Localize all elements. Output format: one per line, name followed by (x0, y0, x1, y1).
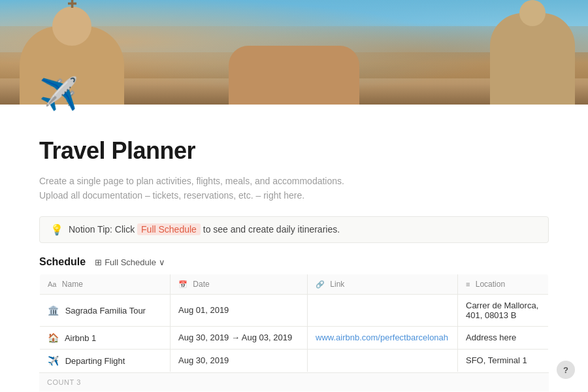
table-row[interactable]: 🏠 Airbnb 1 Aug 30, 2019 → Aug 03, 2019 w… (40, 326, 549, 349)
help-button[interactable]: ? (557, 361, 575, 379)
view-icon: ⊞ (95, 257, 102, 267)
row-3-name: ✈️ Departing Flight (40, 349, 171, 372)
date-col-icon: 📅 (178, 280, 188, 288)
row-2-link-text[interactable]: www.airbnb.com/perfectbarcelonah (316, 333, 448, 342)
row-1-icon: 🏛️ (48, 305, 59, 316)
table-footer: COUNT 3 (39, 372, 549, 391)
table-row[interactable]: ✈️ Departing Flight Aug 30, 2019 SFO, Te… (40, 349, 549, 372)
full-schedule-link[interactable]: Full Schedule (137, 223, 201, 235)
row-3-link (308, 349, 458, 372)
tip-text-before: Notion Tip: Click Full Schedule to see a… (69, 224, 340, 235)
col-header-name: Aa Name (40, 274, 171, 294)
page-title: Travel Planner (39, 137, 549, 165)
table-header-row: Aa Name 📅 Date 🔗 Link ≡ Location (40, 274, 549, 294)
plane-emoji: ✈️ (39, 78, 78, 110)
count-label: COUNT (47, 378, 74, 386)
count-value: 3 (76, 378, 81, 386)
building-center (229, 46, 359, 105)
row-1-link (308, 294, 458, 326)
schedule-table: Aa Name 📅 Date 🔗 Link ≡ Location (39, 274, 549, 372)
link-col-icon: 🔗 (316, 280, 325, 288)
page-description: Create a single page to plan activities,… (39, 174, 549, 203)
description-line-1: Create a single page to plan activities,… (39, 174, 549, 188)
schedule-header: Schedule ⊞ Full Schedule ∨ (39, 256, 549, 269)
row-1-date: Aug 01, 2019 (171, 294, 308, 326)
name-col-icon: Aa (48, 280, 56, 288)
building-right (490, 13, 575, 105)
col-header-date: 📅 Date (171, 274, 308, 294)
table-row[interactable]: 🏛️ Sagrada Familia Tour Aug 01, 2019 Car… (40, 294, 549, 326)
architecture-silhouette (0, 20, 588, 105)
row-2-date: Aug 30, 2019 → Aug 03, 2019 (171, 326, 308, 349)
row-3-icon: ✈️ (48, 355, 59, 366)
tip-text-after: to see and create daily itineraries. (203, 224, 340, 235)
row-3-location: SFO, Terminal 1 (458, 349, 549, 372)
notion-tip-box: 💡 Notion Tip: Click Full Schedule to see… (39, 216, 549, 243)
row-2-link: www.airbnb.com/perfectbarcelonah (308, 326, 458, 349)
description-line-2: Upload all documentation – tickets, rese… (39, 188, 549, 203)
row-1-name: 🏛️ Sagrada Familia Tour (40, 294, 171, 326)
location-col-icon: ≡ (466, 280, 470, 288)
chevron-down-icon: ∨ (159, 257, 165, 267)
col-header-link: 🔗 Link (308, 274, 458, 294)
view-label: Full Schedule (105, 257, 156, 267)
col-header-location: ≡ Location (458, 274, 549, 294)
row-3-date: Aug 30, 2019 (171, 349, 308, 372)
schedule-view-button[interactable]: ⊞ Full Schedule ∨ (91, 256, 169, 269)
main-content: Travel Planner Create a single page to p… (0, 124, 588, 391)
tip-icon: 💡 (50, 223, 63, 236)
row-2-name: 🏠 Airbnb 1 (40, 326, 171, 349)
row-1-location: Carrer de Mallorca, 401, 08013 B (458, 294, 549, 326)
row-2-location: Address here (458, 326, 549, 349)
header-image (0, 0, 588, 105)
schedule-title: Schedule (39, 256, 86, 268)
row-2-icon: 🏠 (48, 333, 59, 343)
